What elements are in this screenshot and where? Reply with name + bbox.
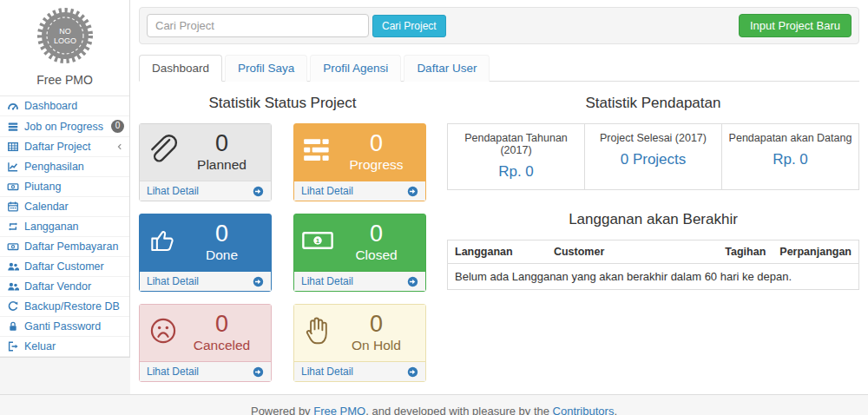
sidebar-item-label: Calendar (24, 201, 69, 213)
status-section-title: Statistik Status Project (139, 95, 426, 112)
tab-profil-saya[interactable]: Profil Saya (225, 55, 307, 82)
lihat-detail-link[interactable]: Lihat Detail (147, 185, 264, 197)
sidebar-item-keluar[interactable]: Keluar (0, 337, 129, 357)
sidebar-item-daftar-vendor[interactable]: Daftar Vendor (0, 277, 129, 297)
sidebar-item-label: Penghasilan (24, 161, 84, 173)
stat-project-selesai: Project Selesai (2017) 0 Projects (584, 124, 721, 189)
status-card-done: 0 Done Lihat Detail (139, 214, 272, 292)
app-name: Free PMO (0, 73, 129, 87)
sidebar-menu: Dashboard Job on Progress 0 Daftar Proje… (0, 96, 129, 357)
status-label: Canceled (180, 337, 264, 354)
money-icon: 1 (301, 222, 334, 259)
sidebar-item-label: Keluar (24, 340, 56, 352)
svg-text:LOGO: LOGO (53, 36, 76, 45)
job-count-badge: 0 (111, 120, 124, 133)
sidebar-item-daftar-pembayaran[interactable]: Daftar Pembayaran (0, 237, 129, 257)
free-pmo-link[interactable]: Free PMO (313, 405, 365, 415)
col-customer: Customer (547, 240, 718, 264)
status-count: 0 (334, 311, 418, 337)
arrow-circle-right-icon[interactable] (407, 276, 418, 287)
lihat-detail-link[interactable]: Lihat Detail (301, 366, 418, 378)
status-count: 0 (180, 221, 264, 247)
sidebar-item-label: Daftar Customer (24, 260, 104, 273)
tab-profil-agensi[interactable]: Profil Agensi (310, 55, 401, 82)
lihat-detail-link[interactable]: Lihat Detail (301, 185, 418, 197)
sidebar-item-label: Dashboard (24, 100, 77, 112)
calendar-icon (7, 201, 19, 213)
search-bar: Cari Project Input Project Baru (139, 7, 859, 44)
svg-text:1: 1 (316, 237, 320, 245)
status-label: Done (180, 247, 264, 264)
svg-text:NO: NO (59, 27, 71, 36)
income-section: Statistik Pendapatan Pendapatan Tahunan … (447, 82, 859, 382)
retweet-icon (7, 221, 19, 233)
lock-icon (7, 320, 19, 333)
status-label: Planned (180, 156, 264, 174)
status-count: 0 (180, 130, 264, 156)
sidebar-item-calendar[interactable]: Calendar (0, 197, 129, 217)
users-icon (7, 280, 19, 293)
sidebar-item-daftar-project[interactable]: Daftar Project (0, 137, 129, 157)
sidebar-item-dashboard[interactable]: Dashboard (0, 96, 129, 116)
money-icon (7, 181, 19, 193)
tab-bar: Dashboard Profil Saya Profil Agensi Daft… (139, 55, 859, 82)
new-project-button[interactable]: Input Project Baru (739, 14, 852, 37)
arrow-circle-right-icon[interactable] (253, 276, 264, 287)
sidebar-item-backup-restore[interactable]: Backup/Restore DB (0, 297, 129, 317)
refresh-icon (7, 300, 19, 313)
subscription-table: Langganan Customer Tagihan Perpanjangan … (447, 240, 859, 290)
lihat-detail-link[interactable]: Lihat Detail (147, 275, 264, 287)
tab-dashboard[interactable]: Dashboard (139, 55, 222, 82)
sidebar-item-label: Piutang (24, 181, 61, 193)
tab-daftar-user[interactable]: Daftar User (404, 55, 490, 82)
subscription-section-title: Langganan akan Berakhir (447, 211, 859, 228)
sidebar-item-job-on-progress[interactable]: Job on Progress 0 (0, 116, 129, 137)
arrow-circle-right-icon[interactable] (253, 366, 264, 378)
sign-out-icon (7, 340, 19, 352)
page-footer: Powered by Free PMO, and developed with … (0, 394, 868, 415)
chevron-left-icon (115, 142, 124, 151)
status-card-canceled: 0 Canceled Lihat Detail (139, 304, 272, 382)
users-icon (7, 260, 19, 273)
search-input[interactable] (147, 14, 369, 37)
status-count: 0 (334, 221, 418, 247)
col-perpanjangan: Perpanjangan (773, 240, 858, 264)
status-label: On Hold (334, 337, 418, 354)
sidebar-item-label: Langganan (24, 221, 79, 233)
search-button[interactable]: Cari Project (372, 15, 446, 37)
sidebar-item-label: Daftar Project (24, 141, 90, 153)
sidebar-item-daftar-customer[interactable]: Daftar Customer (0, 257, 129, 277)
arrow-circle-right-icon[interactable] (253, 186, 264, 197)
sidebar-item-piutang[interactable]: Piutang (0, 177, 129, 197)
arrow-circle-right-icon[interactable] (407, 366, 418, 378)
dashboard-icon (7, 100, 19, 112)
brand: NO LOGO Free PMO (0, 0, 129, 96)
sidebar-item-label: Backup/Restore DB (24, 300, 120, 313)
hand-paper-icon (301, 313, 334, 349)
status-card-planned: 0 Planned Lihat Detail (139, 123, 272, 201)
sidebar-item-langganan[interactable]: Langganan (0, 217, 129, 237)
arrow-circle-right-icon[interactable] (407, 186, 418, 197)
table-row: Belum ada Langganan yang akan berakhir d… (448, 264, 859, 290)
stat-pendapatan-tahunan: Pendapatan Tahunan (2017) Rp. 0 (448, 124, 584, 189)
status-count: 0 (180, 311, 264, 337)
lihat-detail-link[interactable]: Lihat Detail (147, 366, 264, 378)
contributors-link[interactable]: Contributors (553, 405, 615, 415)
status-section: Statistik Status Project 0 Planned Lihat… (139, 82, 426, 382)
sidebar: NO LOGO Free PMO Dashboard Job on Progre… (0, 0, 130, 358)
sidebar-item-ganti-password[interactable]: Ganti Password (0, 317, 129, 337)
col-tagihan: Tagihan (718, 240, 773, 264)
empty-message: Belum ada Langganan yang akan berakhir d… (448, 264, 859, 290)
no-logo-badge: NO LOGO (36, 7, 95, 68)
footer-text: Powered by (251, 405, 313, 415)
frown-icon (147, 313, 180, 349)
main-content: Cari Project Input Project Baru Dashboar… (130, 0, 868, 394)
income-section-title: Statistik Pendapatan (447, 95, 859, 112)
status-card-closed: 1 0 Closed Lihat Detail (293, 214, 426, 292)
stat-pendapatan-akan-datang: Pendapatan akan Datang Rp. 0 (721, 124, 858, 189)
money-icon (7, 240, 19, 253)
sidebar-item-penghasilan[interactable]: Penghasilan (0, 157, 129, 177)
sidebar-item-label: Daftar Vendor (24, 280, 91, 293)
col-langganan: Langganan (448, 240, 547, 264)
lihat-detail-link[interactable]: Lihat Detail (301, 275, 418, 287)
